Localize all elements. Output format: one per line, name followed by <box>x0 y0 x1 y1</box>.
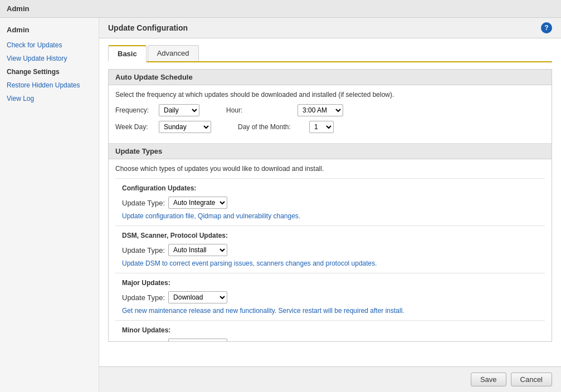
sidebar-item-check-for-updates[interactable]: Check for Updates <box>0 38 99 52</box>
help-icon[interactable]: ? <box>541 22 552 33</box>
auto-update-schedule-desc: Select the frequency at which updates sh… <box>115 91 545 99</box>
configuration-updates-type-label: Update Type: <box>122 199 165 207</box>
dsm-updates-type-select[interactable]: Auto Install Auto Integrate Download Dis… <box>168 244 227 256</box>
tab-basic[interactable]: Basic <box>108 45 147 62</box>
day-of-month-select[interactable]: 1 2 3 5 10 15 20 28 <box>309 121 334 133</box>
dsm-updates-title: DSM, Scanner, Protocol Updates: <box>122 232 538 239</box>
dsm-updates-type-row: Update Type: Auto Install Auto Integrate… <box>122 244 538 256</box>
sidebar: Admin Check for Updates View Update Hist… <box>0 18 99 392</box>
frequency-select[interactable]: Daily Weekly Monthly <box>159 104 199 116</box>
dsm-updates-section: DSM, Scanner, Protocol Updates: Update T… <box>115 226 545 273</box>
update-types-section: Update Types Choose which types of updat… <box>109 144 552 342</box>
top-bar: Admin <box>0 0 561 18</box>
main-layout: Admin Check for Updates View Update Hist… <box>0 18 561 392</box>
sidebar-item-view-log[interactable]: View Log <box>0 92 99 105</box>
configuration-updates-section: Configuration Updates: Update Type: Auto… <box>115 178 545 226</box>
sidebar-item-change-settings[interactable]: Change Settings <box>0 65 99 79</box>
cancel-button[interactable]: Cancel <box>511 373 552 386</box>
update-types-desc: Choose which types of updates you would … <box>115 165 545 173</box>
minor-updates-title: Minor Updates: <box>122 326 538 334</box>
sidebar-title: Admin <box>0 22 99 38</box>
update-types-header: Update Types <box>109 144 552 159</box>
auto-update-schedule-header: Auto Update Schedule <box>109 70 552 85</box>
minor-updates-type-row: Update Type: Auto Install Auto Integrate… <box>122 339 538 342</box>
content-body: Basic Advanced Auto Update Schedule Sele… <box>99 38 561 366</box>
day-of-month-label: Day of the Month: <box>238 123 305 131</box>
minor-updates-type-select[interactable]: Auto Install Auto Integrate Download Dis… <box>168 339 227 342</box>
week-day-select[interactable]: Sunday Monday Tuesday Wednesday Thursday… <box>159 121 211 133</box>
content-header: Update Configuration ? <box>99 18 561 38</box>
configuration-updates-title: Configuration Updates: <box>122 184 538 192</box>
major-updates-section: Major Updates: Update Type: Download Aut… <box>115 273 545 320</box>
major-updates-type-label: Update Type: <box>122 293 165 302</box>
configuration-updates-type-row: Update Type: Auto Integrate Auto Install… <box>122 197 538 209</box>
week-day-label: Week Day: <box>115 123 154 131</box>
major-updates-title: Major Updates: <box>122 279 538 287</box>
minor-updates-section: Minor Updates: Update Type: Auto Install… <box>115 320 545 342</box>
content-title: Update Configuration <box>108 23 188 32</box>
auto-update-schedule-section: Auto Update Schedule Select the frequenc… <box>109 70 552 144</box>
minor-updates-type-label: Update Type: <box>122 341 165 342</box>
auto-update-schedule-body: Select the frequency at which updates sh… <box>109 85 552 143</box>
hour-select[interactable]: 3:00 AM 12:00 AM 1:00 AM 2:00 AM 4:00 AM… <box>297 104 343 116</box>
tab-advanced[interactable]: Advanced <box>148 45 199 61</box>
major-updates-desc: Get new maintenance release and new func… <box>122 307 538 315</box>
hour-label: Hour: <box>226 106 293 114</box>
admin-title: Admin <box>7 4 29 13</box>
major-updates-type-select[interactable]: Download Auto Integrate Auto Install Dis… <box>168 291 227 303</box>
configuration-updates-desc: Update configuration file, Qidmap and vu… <box>122 212 538 220</box>
content-area: Update Configuration ? Basic Advanced Au… <box>99 18 561 392</box>
dsm-updates-type-label: Update Type: <box>122 246 165 254</box>
dsm-updates-desc: Update DSM to correct event parsing issu… <box>122 259 538 267</box>
update-types-body: Choose which types of updates you would … <box>109 159 552 342</box>
frequency-label: Frequency: <box>115 106 154 114</box>
tabs: Basic Advanced <box>108 45 552 62</box>
sidebar-item-restore-hidden-updates[interactable]: Restore Hidden Updates <box>0 79 99 92</box>
major-updates-type-row: Update Type: Download Auto Integrate Aut… <box>122 291 538 303</box>
scroll-panel[interactable]: Auto Update Schedule Select the frequenc… <box>108 69 552 342</box>
sidebar-item-view-update-history[interactable]: View Update History <box>0 52 99 65</box>
configuration-updates-type-select[interactable]: Auto Integrate Auto Install Download Dis… <box>168 197 227 209</box>
frequency-row: Frequency: Daily Weekly Monthly Hour: 3:… <box>115 104 545 116</box>
bottom-bar: Save Cancel <box>99 366 561 392</box>
week-day-row: Week Day: Sunday Monday Tuesday Wednesda… <box>115 121 545 133</box>
save-button[interactable]: Save <box>471 373 506 386</box>
